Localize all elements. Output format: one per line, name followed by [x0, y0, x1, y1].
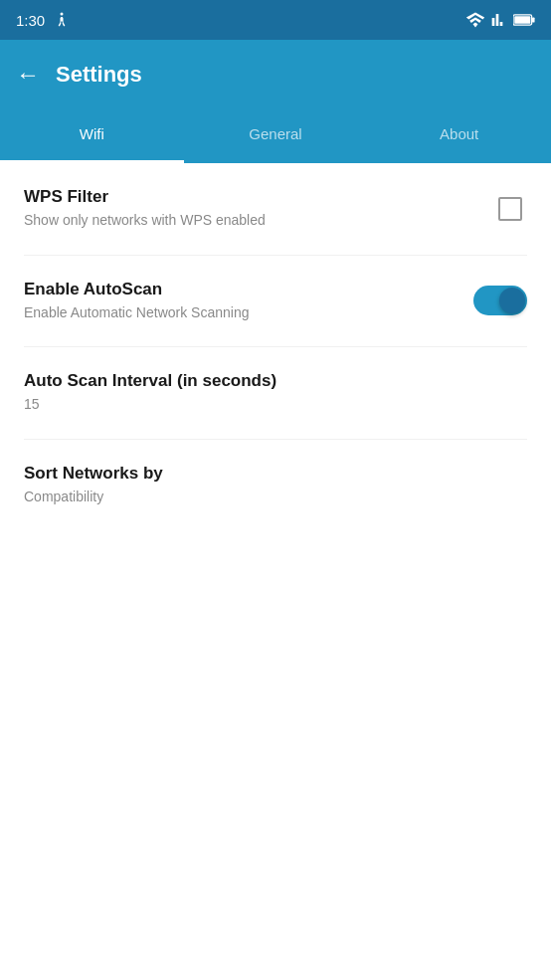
autoscan-toggle-thumb	[499, 288, 525, 313]
autoscan-title: Enable AutoScan	[24, 280, 458, 299]
status-bar-left: 1:30	[16, 11, 71, 29]
scan-interval-item[interactable]: Auto Scan Interval (in seconds) 15	[0, 347, 551, 439]
signal-icon	[491, 12, 507, 28]
wps-filter-item[interactable]: WPS Filter Show only networks with WPS e…	[0, 163, 551, 255]
scan-interval-text: Auto Scan Interval (in seconds) 15	[24, 371, 527, 415]
sort-networks-item[interactable]: Sort Networks by Compatibility	[0, 440, 551, 531]
tab-about[interactable]: About	[367, 109, 551, 163]
autoscan-text: Enable AutoScan Enable Automatic Network…	[24, 280, 473, 323]
autoscan-toggle[interactable]	[473, 286, 527, 315]
autoscan-item[interactable]: Enable AutoScan Enable Automatic Network…	[0, 256, 551, 347]
status-bar-icons	[465, 12, 535, 28]
status-time: 1:30	[16, 12, 45, 29]
tab-general-label: General	[249, 125, 301, 142]
settings-content: WPS Filter Show only networks with WPS e…	[0, 163, 551, 530]
wps-filter-title: WPS Filter	[24, 187, 477, 207]
tab-wifi-label: Wifi	[80, 125, 104, 142]
wifi-status-icon	[465, 12, 485, 28]
back-button[interactable]: ←	[16, 61, 40, 89]
tab-general[interactable]: General	[184, 109, 368, 163]
sort-networks-value: Compatibility	[24, 488, 511, 507]
wps-filter-checkbox-container[interactable]	[493, 192, 527, 226]
tab-bar: Wifi General About	[0, 109, 551, 163]
app-bar: ← Settings	[0, 40, 551, 109]
tab-wifi[interactable]: Wifi	[0, 109, 184, 163]
wps-filter-subtitle: Show only networks with WPS enabled	[24, 211, 477, 231]
status-bar: 1:30	[0, 0, 551, 40]
accessibility-icon	[53, 11, 71, 29]
autoscan-subtitle: Enable Automatic Network Scanning	[24, 303, 458, 323]
sort-networks-text: Sort Networks by Compatibility	[24, 464, 527, 507]
tab-wifi-indicator	[0, 160, 184, 163]
tab-about-label: About	[440, 125, 478, 142]
app-bar-title: Settings	[56, 62, 142, 88]
sort-networks-title: Sort Networks by	[24, 464, 511, 484]
scan-interval-title: Auto Scan Interval (in seconds)	[24, 371, 511, 391]
battery-icon	[513, 13, 535, 27]
svg-rect-1	[532, 17, 535, 22]
svg-rect-2	[514, 16, 530, 24]
scan-interval-value: 15	[24, 395, 511, 415]
wps-filter-text: WPS Filter Show only networks with WPS e…	[24, 187, 493, 231]
wps-filter-checkbox[interactable]	[498, 197, 522, 221]
